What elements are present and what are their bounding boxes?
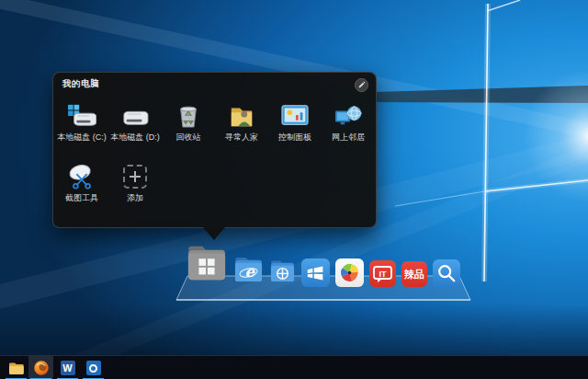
item-network-places[interactable]: 网上邻居 <box>322 102 375 142</box>
control-panel-icon <box>280 102 310 130</box>
taskbar: W <box>0 355 588 379</box>
ie-e-glyph: e <box>245 263 256 281</box>
popup-title: 我的电脑 <box>62 78 99 90</box>
win-store-flag-icon <box>304 262 328 284</box>
pencil-icon <box>357 81 366 89</box>
item-control-panel[interactable]: 控制面板 <box>268 102 322 142</box>
popup-grid-row-1: 本地磁盘 (C:) 本地磁盘 (D:) <box>55 102 375 142</box>
item-recycle-bin[interactable]: 回收站 <box>162 102 215 142</box>
pinwheel-icon <box>337 260 362 285</box>
disk-d-icon <box>120 102 150 130</box>
popup-grid-row-2: 截图工具 添加 <box>55 163 162 202</box>
item-user-folder[interactable]: 寻常人家 <box>215 102 268 142</box>
item-local-disk-d[interactable]: 本地磁盘 (D:) <box>108 102 162 142</box>
item-snipping-tool[interactable]: 截图工具 <box>55 163 108 202</box>
dock-my-computer-folder[interactable] <box>186 243 228 287</box>
item-local-disk-c[interactable]: 本地磁盘 (C:) <box>55 102 108 142</box>
my-computer-popup: 我的电脑 <box>52 72 377 228</box>
recycle-bin-icon <box>174 102 203 130</box>
item-label: 寻常人家 <box>225 132 258 142</box>
item-label: 本地磁盘 (D:) <box>110 132 160 142</box>
dock: e <box>175 237 472 302</box>
dock-lapin[interactable]: 辣品 <box>401 261 427 287</box>
taskbar-word[interactable]: W <box>55 356 80 379</box>
network-icon <box>334 102 363 130</box>
add-dashed-box <box>123 165 147 189</box>
disk-c-icon <box>67 102 96 130</box>
dock-search[interactable] <box>433 259 460 287</box>
edit-button[interactable] <box>355 78 368 92</box>
dock-ie-folder[interactable]: e <box>233 254 264 287</box>
dock-ithome[interactable]: IT <box>369 260 396 287</box>
word-glyph: W <box>62 362 72 373</box>
word-icon: W <box>61 361 75 375</box>
snipping-tool-icon <box>67 163 96 190</box>
outlook-icon <box>86 361 101 375</box>
item-label: 添加 <box>127 193 143 202</box>
outlook-ring <box>89 364 97 373</box>
dock-win-store[interactable] <box>301 258 330 287</box>
taskbar-firefox[interactable] <box>28 356 53 379</box>
file-explorer-icon <box>8 362 24 375</box>
ithome-label: IT <box>379 270 387 279</box>
taskbar-file-explorer[interactable] <box>4 356 28 379</box>
item-label: 网上邻居 <box>332 132 365 142</box>
user-folder-icon <box>227 102 256 130</box>
taskbar-outlook[interactable] <box>81 356 106 379</box>
dock-icons-row: e <box>186 243 460 287</box>
item-add[interactable]: 添加 <box>108 163 162 202</box>
item-label: 回收站 <box>176 132 201 142</box>
search-icon <box>436 263 457 283</box>
firefox-icon <box>33 360 50 376</box>
plus-icon <box>130 171 141 182</box>
item-label: 控制面板 <box>278 132 311 142</box>
desktop: 我的电脑 <box>0 0 588 379</box>
dock-pinwheel-app[interactable] <box>335 258 364 287</box>
item-label: 截图工具 <box>65 193 98 202</box>
dock-windows-folder[interactable] <box>269 258 296 287</box>
lapin-label: 辣品 <box>404 268 424 281</box>
item-label: 本地磁盘 (C:) <box>57 132 107 142</box>
windows-circle-icon <box>277 269 288 280</box>
